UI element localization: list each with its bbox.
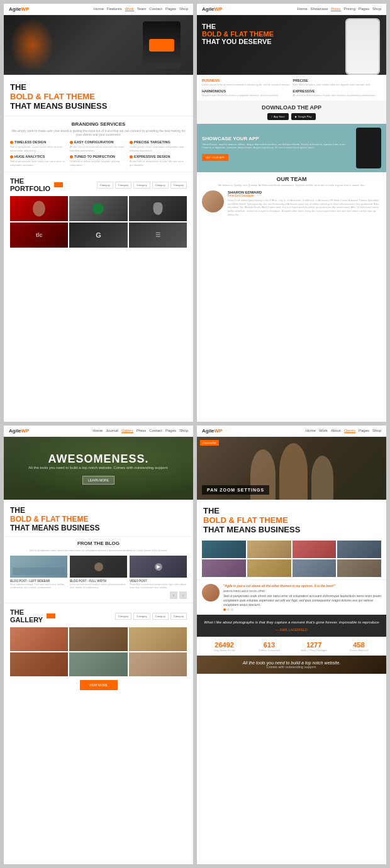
filter-3[interactable]: Category — [152, 182, 169, 189]
gallery-img-5[interactable] — [69, 652, 127, 676]
port-img-6[interactable] — [247, 559, 291, 577]
portfolio-img-1[interactable] — [10, 196, 68, 221]
portfolio-img-4[interactable]: tlc — [10, 222, 68, 248]
port-img-7[interactable] — [292, 559, 337, 577]
gallery-img-1[interactable] — [10, 627, 68, 651]
nav-p2-pricing[interactable]: Pricing — [344, 7, 355, 11]
gallery-filter-4[interactable]: Category — [170, 613, 187, 620]
portfolio-img-2[interactable] — [69, 196, 127, 221]
feature-3-text: Lorem ipsum, nemo enim ipsam voluptatem … — [130, 145, 187, 152]
nav-p4-shop[interactable]: Shop — [372, 429, 381, 433]
nav-p2-showcase[interactable]: Showcase — [311, 7, 328, 11]
nav-p4-about[interactable]: About — [331, 429, 341, 433]
blog-item-text-3: PhasellVes condimentum tempor tortor. eg… — [130, 583, 187, 589]
portfolio-img-5[interactable]: G — [69, 222, 127, 248]
branding-section: BRANDING SERVICES We simply want to make… — [4, 116, 193, 172]
gallery-img-4[interactable] — [10, 652, 68, 676]
app-feature-title-2: PRECISE — [293, 79, 382, 82]
team-subtitle: We believe in Quality over Quantity. All… — [202, 184, 381, 187]
nav-team[interactable]: Team — [137, 7, 147, 11]
footer-text: All the tools you need to build a top no… — [202, 661, 381, 665]
gallery-img-3[interactable] — [129, 627, 187, 651]
gallery-filter-3[interactable]: Category — [152, 613, 169, 620]
member-role: Front-End Developer — [228, 194, 381, 197]
portfolio-filters: Category Category Category Category Cate… — [97, 182, 187, 189]
nav-shop[interactable]: Shop — [179, 7, 188, 11]
port-img-3[interactable] — [292, 541, 337, 558]
blog-img-2[interactable] — [70, 556, 127, 578]
google-play-btn[interactable]: ▶ Google Play — [291, 113, 316, 120]
testimonial-name: ARBON FREELANCE DEVELOPER — [223, 590, 381, 593]
hero-btn-p3[interactable]: LEARN MORE — [82, 476, 114, 485]
person-3 — [311, 456, 333, 500]
filter-1[interactable]: Category — [115, 182, 131, 189]
gallery-filter-2[interactable]: Category — [133, 613, 150, 620]
view-more-button[interactable]: VIEW MORE — [80, 680, 118, 690]
guitar-shape — [153, 202, 162, 215]
gallery-img-6[interactable] — [129, 652, 187, 676]
nav-p4-clients[interactable]: Clients — [344, 429, 355, 433]
filter-4[interactable]: Category — [170, 182, 187, 189]
dot-1[interactable] — [223, 608, 226, 611]
app-features: BUSINESS Lorem ipsum dolor sit amet cons… — [197, 75, 386, 101]
app-feature-text-4: At vero eos et accusamus et iusto odio d… — [293, 94, 382, 97]
portfolio-img-6[interactable]: ☰ — [129, 222, 187, 248]
nav-p4-home[interactable]: Home — [306, 429, 316, 433]
panel-top-right: AgileWP Home Showcase Press Pricing Page… — [197, 4, 386, 422]
nav-work[interactable]: Work — [125, 7, 134, 11]
feature-4: HUGE ANALYTICS Sed ut perspiciatis unde … — [10, 155, 67, 167]
nav-p2-pages[interactable]: Pages — [359, 7, 369, 11]
stat-label-3: Skills + Party Packages — [292, 649, 337, 652]
nav-p3-gallery[interactable]: Gallery — [121, 429, 133, 433]
port-img-2[interactable] — [247, 541, 291, 558]
showcase-text: SHOWCASE YOUR APP UrbanTheater, Impulse … — [202, 136, 352, 161]
filter-all[interactable]: Category — [97, 182, 113, 189]
hero-line2-p2: BOLD & FLAT THEME — [202, 30, 274, 38]
nav-p3-pages[interactable]: Pages — [165, 429, 176, 433]
gallery-header: THE GALLERY Category Category Category C… — [10, 608, 187, 624]
blog-section: FROM THE BLOG Sed ut perspiciatis unde o… — [4, 536, 193, 603]
blog-img-1[interactable] — [10, 556, 67, 578]
stat-num-2: 613 — [247, 641, 291, 649]
filter-2[interactable]: Category — [133, 182, 150, 189]
nav-p2-press[interactable]: Press — [331, 7, 340, 11]
app-feature-precise: PRECISE Nam libero tempore, cum soluta n… — [293, 79, 382, 87]
dot-2[interactable] — [227, 608, 230, 611]
dot-3[interactable] — [231, 608, 233, 611]
headline-line2: BOLD & FLAT THEME — [10, 92, 187, 101]
nav-p3-contact[interactable]: Contact — [149, 429, 162, 433]
nav-p4-pages[interactable]: Pages — [359, 429, 369, 433]
blog-img-3[interactable]: ▶ — [130, 556, 187, 578]
showcase-btn[interactable]: GET YOUR APP — [202, 154, 228, 161]
nav-p3-home[interactable]: Home — [92, 429, 103, 433]
nav-features[interactable]: Features — [107, 7, 122, 11]
blog-prev-btn[interactable]: ‹ — [170, 591, 177, 599]
nav-contact[interactable]: Contact — [149, 7, 162, 11]
nav-pages[interactable]: Pages — [165, 7, 176, 11]
portfolio-img-3[interactable] — [129, 196, 187, 221]
gallery-filter-1[interactable]: Category — [115, 613, 131, 620]
download-section: DOWNLOAD THE APP  App Store ▶ Google Pl… — [197, 101, 386, 124]
port-img-1[interactable] — [202, 541, 246, 558]
blog-item-2: BLOG POST - FULL WIDTH sed ut est sed es… — [70, 556, 127, 589]
nav-p3-press[interactable]: Press — [136, 429, 146, 433]
port-img-5[interactable] — [202, 559, 246, 577]
nav-p4-work[interactable]: Work — [319, 429, 328, 433]
nav-p3-journal[interactable]: Journal — [106, 429, 118, 433]
gallery-img-2[interactable] — [69, 627, 127, 651]
feature-1-text: Sed ut perspiciatis, Lorem ipsum dolor s… — [10, 145, 67, 152]
apple-store-btn[interactable]:  App Store — [267, 113, 288, 120]
member-avatar — [202, 190, 224, 212]
nav-p2-home[interactable]: Home — [298, 7, 308, 11]
blog-next-btn[interactable]: › — [179, 591, 187, 599]
port-img-8[interactable] — [337, 559, 381, 577]
blog-item-title-3: VIDEO POST — [130, 580, 187, 583]
features-grid: TIMELESS DESIGN Sed ut perspiciatis, Lor… — [10, 140, 187, 167]
port-img-4[interactable] — [337, 541, 381, 558]
nav-p4: AgileWP Home Work About Clients Pages Sh… — [197, 426, 386, 437]
nav-p3-shop[interactable]: Shop — [179, 429, 188, 433]
nav-home[interactable]: Home — [94, 7, 104, 11]
text-logo-3: ☰ — [155, 232, 160, 238]
nav-p2-shop[interactable]: Shop — [372, 7, 381, 11]
face-shape — [33, 201, 45, 217]
